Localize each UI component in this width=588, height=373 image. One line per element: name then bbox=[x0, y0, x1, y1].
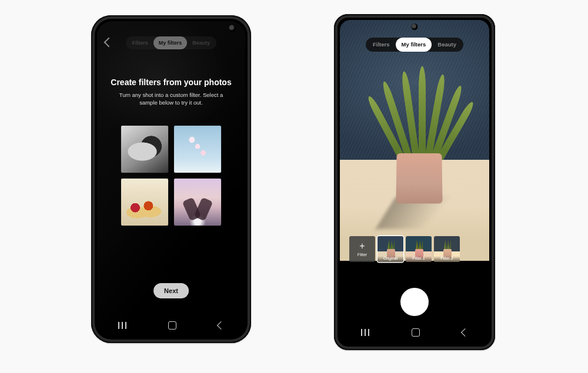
sample-grid bbox=[97, 126, 245, 226]
page-title: Create filters from your photos bbox=[97, 78, 245, 87]
android-nav-bar bbox=[340, 325, 489, 340]
phone-note10: Filters My filters Beauty + Filter Origi… bbox=[334, 14, 495, 350]
nav-back-icon[interactable] bbox=[461, 328, 469, 337]
nav-recent-icon[interactable] bbox=[361, 329, 369, 336]
filter-thumb-label: Filter 1 bbox=[406, 256, 432, 262]
front-camera-icon bbox=[229, 25, 236, 32]
tab-beauty[interactable]: Beauty bbox=[187, 36, 215, 49]
sample-thumb[interactable] bbox=[174, 179, 221, 226]
front-camera-icon bbox=[412, 23, 418, 30]
plant-leaves bbox=[392, 70, 448, 164]
screen: Filters My filters Beauty + Filter Origi… bbox=[340, 20, 489, 344]
filter-thumb[interactable]: Filter 2 bbox=[434, 236, 460, 262]
nav-back-icon[interactable] bbox=[217, 321, 225, 330]
tab-my-filters[interactable]: My filters bbox=[396, 38, 432, 52]
sample-thumb[interactable] bbox=[174, 126, 221, 173]
tab-beauty[interactable]: Beauty bbox=[432, 38, 462, 52]
page-subtitle: Turn any shot into a custom filter. Sele… bbox=[110, 92, 232, 107]
filter-strip[interactable]: + Filter Original Filter 1 Filter 2 bbox=[340, 236, 489, 262]
nav-recent-icon[interactable] bbox=[118, 322, 126, 329]
filter-tabs: Filters My filters Beauty bbox=[97, 36, 245, 49]
filter-tabs: Filters My filters Beauty bbox=[340, 38, 489, 52]
nav-home-icon[interactable] bbox=[168, 321, 176, 330]
next-button[interactable]: Next bbox=[153, 283, 189, 298]
filter-thumb-label: Original bbox=[377, 256, 403, 262]
shutter-button[interactable] bbox=[400, 288, 429, 316]
camera-viewfinder[interactable] bbox=[340, 20, 489, 261]
filter-thumb[interactable]: Filter 1 bbox=[406, 236, 432, 262]
filter-thumb-label: Filter 2 bbox=[434, 256, 460, 262]
android-nav-bar bbox=[97, 318, 245, 332]
filter-thumb[interactable]: Original bbox=[377, 236, 403, 262]
screen: Filters My filters Beauty Create filters… bbox=[97, 21, 245, 337]
plant-pot bbox=[396, 153, 442, 204]
tab-filters[interactable]: Filters bbox=[367, 38, 396, 52]
nav-home-icon[interactable] bbox=[412, 328, 420, 337]
phone-s10: Filters My filters Beauty Create filters… bbox=[91, 15, 251, 343]
tab-filters[interactable]: Filters bbox=[127, 36, 153, 49]
add-filter-button[interactable]: + Filter bbox=[349, 236, 375, 262]
tab-my-filters[interactable]: My filters bbox=[153, 36, 188, 49]
sample-thumb[interactable] bbox=[121, 126, 168, 173]
add-filter-label: Filter bbox=[358, 252, 368, 257]
sample-thumb[interactable] bbox=[121, 179, 168, 226]
plus-icon: + bbox=[359, 241, 365, 251]
